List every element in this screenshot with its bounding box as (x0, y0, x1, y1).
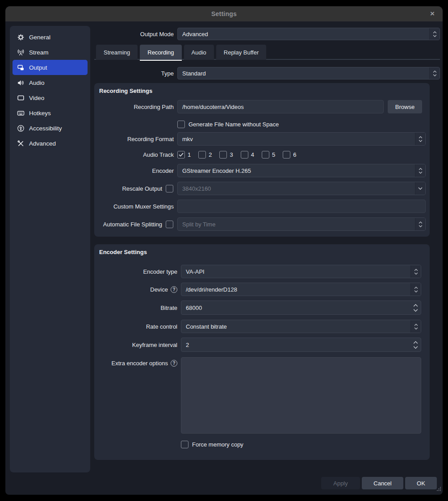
force-memory-copy-checkbox[interactable] (181, 441, 188, 448)
audio-track-1-checkbox[interactable] (177, 151, 185, 159)
sidebar-item-label: Advanced (29, 140, 56, 147)
sidebar-item-output[interactable]: Output (13, 60, 88, 75)
generate-no-space-label[interactable]: Generate File Name without Space (188, 121, 279, 128)
output-icon (16, 63, 25, 71)
sidebar-item-label: Audio (29, 79, 45, 86)
apply-button[interactable]: Apply (321, 477, 360, 489)
chevron-updown-icon (410, 320, 421, 333)
audio-track-4-label[interactable]: 4 (251, 151, 254, 158)
sidebar-item-stream[interactable]: Stream (13, 45, 88, 60)
rate-control-select[interactable]: Constant bitrate (181, 320, 421, 333)
sidebar-item-label: Output (29, 64, 47, 71)
audio-track-6-label[interactable]: 6 (293, 151, 296, 158)
encoder-type-row: Encoder type VA-API (99, 265, 426, 278)
custom-muxer-row: Custom Muxer Settings (99, 200, 426, 213)
recording-path-input[interactable] (177, 100, 384, 113)
rescale-output-checkbox[interactable] (166, 185, 173, 192)
help-icon[interactable]: ? (171, 286, 177, 293)
output-mode-select[interactable]: Advanced (177, 28, 440, 40)
settings-sidebar: General Stream Output Audio Video (10, 26, 90, 472)
audio-track-6-checkbox[interactable] (283, 151, 290, 159)
audio-track-6: 6 (283, 151, 296, 159)
sidebar-item-hotkeys[interactable]: Hotkeys (13, 105, 88, 121)
auto-split-checkbox[interactable] (166, 221, 173, 228)
chevron-down-icon (415, 182, 425, 195)
tab-streaming[interactable]: Streaming (96, 45, 138, 60)
audio-track-2-checkbox[interactable] (198, 151, 206, 159)
rate-control-value: Constant bitrate (181, 320, 410, 333)
browse-button[interactable]: Browse (388, 100, 422, 113)
encoder-row: Encoder GStreamer Encoder H.265 (99, 164, 426, 177)
sidebar-item-label: Stream (29, 49, 49, 56)
audio-track-2: 2 (198, 151, 212, 159)
custom-muxer-input[interactable] (177, 200, 426, 213)
audio-track-row: Audio Track 1 2 3 4 (99, 150, 426, 159)
audio-track-5-checkbox[interactable] (262, 151, 269, 159)
audio-track-5-label[interactable]: 5 (272, 151, 275, 158)
spinner-updown-icon[interactable] (410, 301, 421, 314)
bitrate-spinner[interactable] (181, 301, 421, 315)
encoder-value: GStreamer Encoder H.265 (178, 164, 415, 177)
extra-encoder-options-row: Extra encoder options ? (99, 357, 426, 434)
sidebar-item-label: Video (29, 95, 44, 101)
bitrate-row: Bitrate (99, 301, 426, 315)
sidebar-item-label: General (29, 34, 50, 41)
gear-icon (16, 33, 25, 41)
force-memory-copy-row: Force memory copy (99, 440, 426, 449)
rescale-resolution-combobox[interactable]: 3840x2160 (177, 182, 426, 195)
bitrate-input[interactable] (181, 301, 410, 314)
audio-track-3-label[interactable]: 3 (230, 151, 233, 158)
encoder-label: Encoder (99, 167, 174, 174)
help-icon[interactable]: ? (171, 360, 177, 367)
tools-icon (16, 139, 25, 147)
dialog-footer: Apply Cancel OK (5, 477, 437, 489)
rescale-output-label: Rescale Output (99, 185, 162, 192)
recording-format-label: Recording Format (99, 136, 174, 142)
audio-track-3-checkbox[interactable] (219, 151, 227, 159)
device-select[interactable]: /dev/dri/renderD128 (181, 283, 421, 296)
broadcast-icon (16, 48, 25, 56)
chevron-updown-icon (415, 218, 425, 230)
auto-split-row: Automatic File Splitting Split by Time (99, 217, 426, 231)
tab-label: Replay Buffer (224, 49, 259, 56)
resize-grip[interactable] (436, 485, 441, 493)
encoder-select[interactable]: GStreamer Encoder H.265 (177, 164, 426, 177)
chevron-updown-icon (410, 265, 421, 278)
force-memory-copy-label[interactable]: Force memory copy (192, 441, 243, 448)
tab-audio[interactable]: Audio (184, 45, 214, 60)
audio-track-2-label[interactable]: 2 (209, 151, 212, 158)
recording-path-label: Recording Path (99, 104, 174, 110)
encoder-type-select[interactable]: VA-API (181, 265, 421, 278)
keyframe-interval-label: Keyframe interval (99, 342, 177, 348)
title-bar[interactable]: Settings × (5, 6, 443, 21)
keyframe-interval-input[interactable] (181, 338, 410, 351)
sidebar-item-audio[interactable]: Audio (13, 75, 88, 90)
extra-encoder-options-textarea[interactable] (181, 357, 421, 434)
section-title: Encoder Settings (99, 249, 147, 255)
close-icon[interactable]: × (427, 9, 437, 19)
sidebar-item-general[interactable]: General (13, 29, 88, 45)
output-mode-row: Output Mode Advanced (94, 28, 440, 40)
chevron-updown-icon (429, 28, 440, 40)
sidebar-item-video[interactable]: Video (13, 90, 88, 105)
audio-track-3: 3 (219, 151, 233, 159)
sidebar-item-accessibility[interactable]: Accessibility (13, 121, 88, 136)
auto-split-value: Split by Time (178, 218, 415, 230)
extra-encoder-options-label: Extra encoder options (112, 360, 168, 367)
type-select[interactable]: Standard (177, 67, 440, 79)
tab-recording[interactable]: Recording (140, 45, 181, 60)
audio-track-1-label[interactable]: 1 (188, 151, 191, 158)
rate-control-label: Rate control (99, 323, 177, 330)
ok-button[interactable]: OK (405, 477, 437, 489)
keyframe-interval-spinner[interactable] (181, 338, 421, 352)
generate-no-space-checkbox[interactable] (177, 121, 185, 128)
device-value: /dev/dri/renderD128 (181, 283, 410, 296)
cancel-button[interactable]: Cancel (362, 477, 403, 489)
recording-format-select[interactable]: mkv (177, 132, 426, 146)
sidebar-item-advanced[interactable]: Advanced (13, 136, 88, 151)
auto-split-select[interactable]: Split by Time (177, 217, 426, 231)
audio-track-4-checkbox[interactable] (241, 151, 248, 159)
tab-replay-buffer[interactable]: Replay Buffer (216, 45, 267, 60)
chevron-updown-icon (415, 164, 425, 177)
spinner-updown-icon[interactable] (410, 338, 421, 351)
